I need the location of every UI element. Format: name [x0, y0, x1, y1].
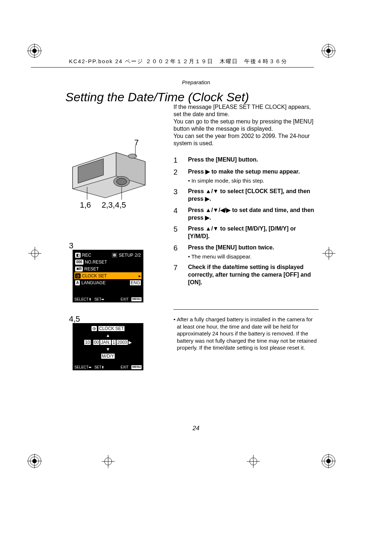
down-arrow-icon: ▼	[106, 347, 110, 352]
lcd-no-reset: NO.RESET	[85, 260, 107, 265]
step-num: 2	[173, 168, 188, 184]
crop-mark-top-left	[27, 44, 42, 58]
lcd2-day: 1	[112, 340, 116, 345]
lcd-page: 2/2	[135, 253, 141, 258]
lcd-setup: SETUP	[119, 253, 133, 258]
intro-text: If the message [PLEASE SET THE CLOCK] ap…	[173, 104, 313, 146]
step-6: 6 Press the [MENU] button twice. The men…	[173, 244, 319, 260]
footer-exit: EXIT	[121, 365, 128, 369]
language-icon: A	[75, 280, 80, 285]
lcd-rec: REC	[82, 253, 91, 258]
step-num: 6	[173, 244, 188, 260]
note-paragraph: After a fully charged battery is install…	[173, 316, 319, 351]
footer-set: SET	[94, 365, 101, 369]
cross-mark-right	[322, 247, 335, 260]
page-title: Setting the Date/Time (Clock Set)	[65, 90, 249, 104]
callout-7: 7	[134, 138, 139, 147]
step-sub: In simple mode, skip this step.	[192, 177, 319, 184]
step-num: 5	[173, 225, 188, 240]
menu-icon: MENU	[131, 365, 142, 369]
step-text: Press the [MENU] button twice.	[188, 244, 274, 250]
note-rule	[173, 309, 319, 310]
callout-3: 3	[69, 241, 73, 250]
intro-paragraph: If the message [PLEASE SET THE CLOCK] ap…	[173, 103, 319, 147]
lcd2-hour: 10	[84, 340, 90, 345]
lcd-reset: RESET	[84, 266, 99, 272]
print-header: KC42-PP.book 24 ページ ２００２年１２月１９日 木曜日 午後４時…	[69, 58, 287, 65]
cross-mark-left	[28, 247, 41, 260]
step-7: 7 Check if the date/time setting is disp…	[173, 264, 319, 286]
footer-select: SELECT	[74, 365, 89, 369]
step-text: Press ▲/▼ to select [M/D/Y], [D/M/Y] or …	[188, 225, 296, 239]
lcd2-min: 00	[93, 340, 99, 345]
cross-mark-bottom-2	[247, 455, 260, 468]
lcd2-format: M/D/Y	[101, 354, 115, 359]
clock-icon: ◷	[75, 273, 81, 278]
right-arrow-icon: ▸	[139, 273, 141, 278]
reset-icon: ✖R	[75, 266, 83, 272]
step-5: 5 Press ▲/▼ to select [M/D/Y], [D/M/Y] o…	[173, 225, 319, 240]
step-text: Check if the date/time setting is displa…	[188, 264, 311, 285]
footer-exit: EXIT	[121, 297, 128, 301]
callout-4-5: 4,5	[69, 314, 80, 324]
cross-mark-bottom-1	[102, 455, 115, 468]
section-label: Preparation	[0, 79, 392, 85]
svg-point-37	[117, 178, 127, 185]
lcd-language: LANGUAGE	[81, 280, 106, 285]
lcd2-year: 2003	[117, 340, 128, 345]
right-arrow-icon: ▶	[128, 340, 132, 345]
wrench-icon: ⚙	[112, 253, 117, 258]
header-rule	[31, 67, 314, 68]
camera-icon: ◧	[75, 253, 81, 258]
clock-icon: ◷	[91, 326, 97, 331]
crop-mark-bottom-left	[27, 454, 42, 468]
crop-mark-top-right	[321, 44, 336, 58]
step-num: 1	[173, 156, 188, 164]
step-2: 2 Press ▶ to make the setup menu appear.…	[173, 168, 319, 184]
step-text: Press ▶ to make the setup menu appear.	[188, 168, 300, 175]
step-text: Press ▲/▼/◀/▶ to set date and time, and …	[188, 207, 314, 221]
menu-icon: MENU	[131, 297, 142, 301]
step-num: 7	[173, 264, 188, 286]
page-number: 24	[0, 425, 392, 432]
footer-set: SET	[94, 297, 101, 301]
callout-1-6: 1,6	[80, 200, 91, 210]
step-text: Press ▲/▼ to select [CLOCK SET], and the…	[188, 188, 310, 202]
lcd2-month: JAN.	[100, 340, 111, 345]
step-1: 1 Press the [MENU] button.	[173, 156, 319, 164]
step-text: Press the [MENU] button.	[188, 156, 258, 163]
lcd2-title: CLOCK SET	[98, 326, 124, 331]
step-num: 3	[173, 188, 188, 203]
crop-mark-bottom-right	[321, 454, 336, 468]
camera-illustration	[69, 145, 149, 200]
up-arrow-icon: ▲	[106, 333, 110, 338]
step-3: 3 Press ▲/▼ to select [CLOCK SET], and t…	[173, 188, 319, 203]
instruction-steps: 1 Press the [MENU] button. 2 Press ▶ to …	[173, 156, 319, 290]
counter-icon: 000	[75, 260, 83, 265]
note-text: After a fully charged battery is install…	[177, 316, 319, 351]
lcd-clock-set: CLOCK SET	[82, 273, 107, 278]
lcd-language-value: ENG	[130, 280, 141, 285]
step-4: 4 Press ▲/▼/◀/▶ to set date and time, an…	[173, 207, 319, 222]
footer-select: SELECT	[74, 297, 89, 301]
callout-2-3-4-5: 2,3,4,5	[102, 200, 126, 210]
step-num: 4	[173, 207, 188, 222]
lcd-setup-menu: ◧ REC ⚙ SETUP 2/2 000 NO.RESET ✖R RESET …	[73, 250, 143, 302]
step-sub: The menu will disappear.	[192, 253, 319, 260]
lcd-clock-set-screen: ◷ CLOCK SET ▲ 10: 00 JAN. 1 2003 ▶ ▼ M/D…	[73, 323, 143, 370]
